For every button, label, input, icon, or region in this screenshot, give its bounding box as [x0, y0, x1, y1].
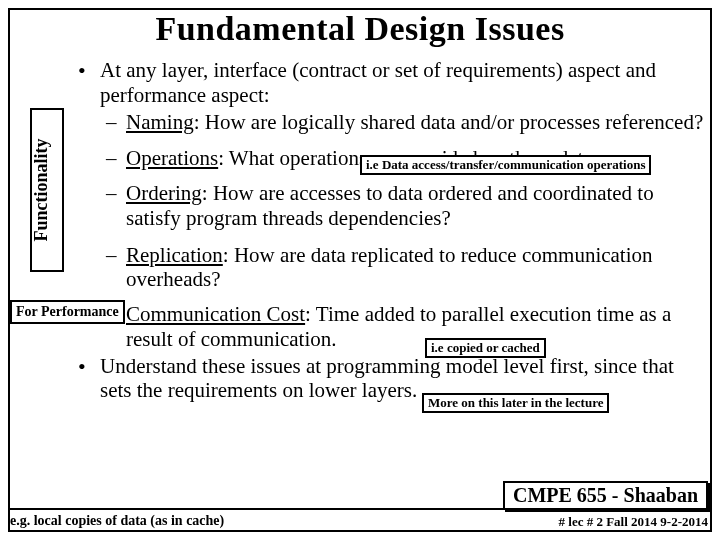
bullet-intro-text: At any layer, interface (contract or set… — [100, 58, 656, 107]
lecture-info: # lec # 2 Fall 2014 9-2-2014 — [559, 514, 708, 529]
naming-text: : How are logically shared data and/or p… — [194, 110, 704, 134]
ordering-text: : How are accesses to data ordered and c… — [126, 181, 654, 230]
bullet-dot-icon: • — [78, 58, 86, 84]
replication-label: Replication — [126, 243, 223, 267]
bullet-ordering: – Ordering: How are accesses to data ord… — [18, 181, 708, 231]
ordering-label: Ordering — [126, 181, 202, 205]
dash-icon: – — [106, 243, 117, 268]
bullet-naming: – Naming: How are logically shared data … — [18, 110, 708, 135]
content-area: • At any layer, interface (contract or s… — [18, 58, 708, 405]
naming-label: Naming — [126, 110, 194, 134]
note-data-access: i.e Data access/transfer/communication o… — [360, 155, 651, 175]
functionality-label: Functionality — [31, 105, 52, 275]
bullet-intro: • At any layer, interface (contract or s… — [18, 58, 708, 108]
course-label: CMPE 655 - Shaaban — [503, 481, 708, 510]
footer-note: e.g. local copies of data (as in cache) — [10, 513, 224, 529]
performance-box: For Performance — [10, 300, 125, 324]
operations-label: Operations — [126, 146, 218, 170]
note-copied: i.e copied or cached — [425, 338, 546, 358]
footer-right: CMPE 655 - Shaaban # lec # 2 Fall 2014 9… — [503, 481, 708, 530]
commcost-label: Communication Cost — [126, 302, 305, 326]
dash-icon: – — [106, 181, 117, 206]
bullet-replication: – Replication: How are data replicated t… — [18, 243, 708, 293]
dash-icon: – — [106, 146, 117, 171]
note-more: More on this later in the lecture — [422, 393, 609, 413]
dash-icon: – — [106, 110, 117, 135]
bullet-dot-icon: • — [78, 354, 86, 380]
